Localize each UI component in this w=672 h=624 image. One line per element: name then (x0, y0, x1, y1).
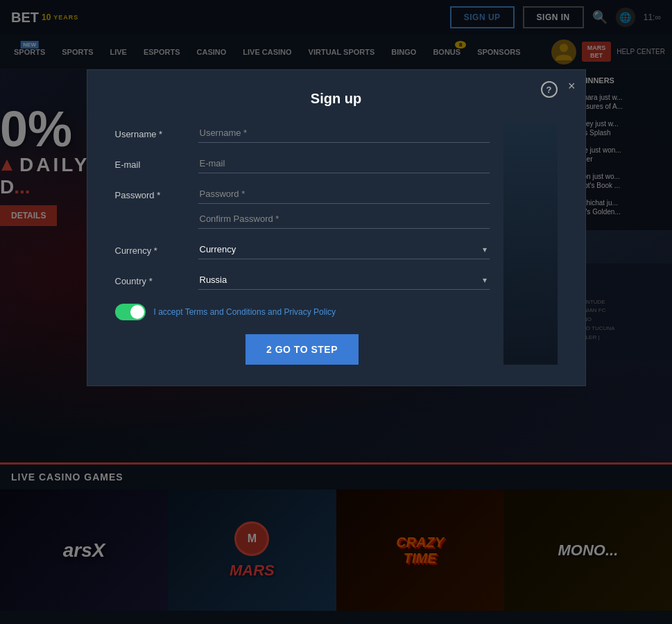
country-select[interactable]: Russia (198, 270, 490, 290)
form-layout: Username * E-mail Password * (115, 123, 558, 365)
country-label: Country * (115, 270, 184, 286)
country-fields: Russia ▾ (198, 270, 490, 290)
help-icon[interactable]: ? (541, 81, 558, 98)
username-label: Username * (115, 123, 184, 139)
username-input[interactable] (198, 123, 490, 143)
signup-modal: Sign up ? × Username * E-mail (87, 69, 586, 386)
currency-select[interactable]: Currency (198, 240, 490, 259)
terms-toggle[interactable] (115, 304, 146, 320)
toggle-track (115, 304, 146, 320)
password-label: Password * (115, 184, 184, 200)
email-row: E-mail (115, 154, 490, 173)
step-button[interactable]: 2 GO TO STEP (245, 334, 359, 365)
country-row: Country * Russia ▾ (115, 270, 490, 290)
password-row: Password * (115, 184, 490, 229)
currency-select-wrapper: Currency ▾ (198, 240, 490, 259)
currency-row: Currency * Currency ▾ (115, 240, 490, 259)
toggle-thumb (130, 305, 144, 319)
confirm-password-input[interactable] (198, 209, 490, 229)
username-row: Username * (115, 123, 490, 143)
currency-fields: Currency ▾ (198, 240, 490, 259)
close-icon[interactable]: × (568, 80, 576, 92)
form-right (503, 123, 558, 365)
email-input[interactable] (198, 154, 490, 173)
terms-label[interactable]: I accept Terms and Conditions and Privac… (154, 307, 336, 317)
username-fields (198, 123, 490, 143)
form-left: Username * E-mail Password * (115, 123, 503, 365)
currency-label: Currency * (115, 240, 184, 256)
modal-overlay[interactable]: Sign up ? × Username * E-mail (0, 0, 672, 624)
password-input[interactable] (198, 184, 490, 204)
country-select-wrapper: Russia ▾ (198, 270, 490, 290)
password-fields (198, 184, 490, 229)
email-label: E-mail (115, 154, 184, 170)
email-fields (198, 154, 490, 173)
terms-toggle-row: I accept Terms and Conditions and Privac… (115, 304, 490, 320)
modal-title: Sign up (115, 91, 558, 107)
